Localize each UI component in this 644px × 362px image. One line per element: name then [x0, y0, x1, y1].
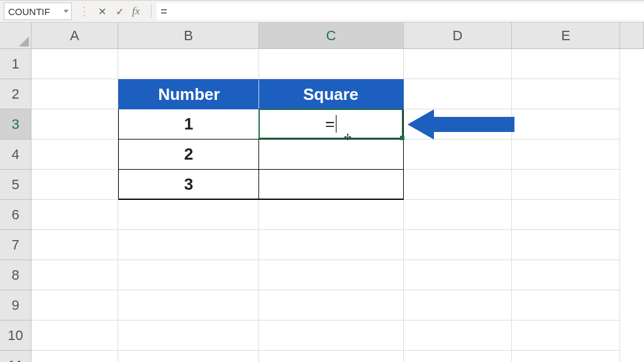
formula-bar: COUNTIF ⋮ ✕ ✓ fx	[0, 0, 644, 23]
cell-A6[interactable]	[31, 200, 118, 230]
row-headers: 1234567891011	[0, 49, 31, 362]
name-box-value: COUNTIF	[8, 6, 50, 17]
row-header-1[interactable]: 1	[0, 49, 31, 79]
cell-A4[interactable]	[31, 140, 118, 170]
cell-E2[interactable]	[512, 79, 620, 109]
cell-B11[interactable]	[118, 351, 259, 362]
text-caret	[336, 115, 336, 133]
row-header-10[interactable]: 10	[0, 321, 31, 351]
cell-D5[interactable]	[404, 170, 512, 200]
cell-C9[interactable]	[259, 290, 404, 321]
cell-D1[interactable]	[404, 49, 512, 79]
cell-D10[interactable]	[404, 321, 512, 351]
svg-marker-1	[408, 109, 514, 140]
name-box[interactable]: COUNTIF	[4, 3, 72, 20]
cell-D6[interactable]	[404, 200, 512, 230]
cell-E6[interactable]	[512, 200, 620, 230]
table-header-square[interactable]: Square	[259, 79, 404, 109]
fx-icon[interactable]: fx	[132, 5, 140, 18]
divider	[151, 4, 152, 18]
row-header-7[interactable]: 7	[0, 230, 31, 260]
cell-E8[interactable]	[512, 260, 620, 290]
cursor-icon: ✢	[344, 132, 352, 142]
row-header-6[interactable]: 6	[0, 200, 31, 230]
cell-E5[interactable]	[512, 170, 620, 200]
col-header-E[interactable]: E	[512, 23, 620, 48]
chevron-down-icon[interactable]	[64, 10, 69, 13]
triangle-icon	[19, 36, 29, 47]
fill-handle[interactable]	[400, 136, 404, 140]
table-cell-number-5[interactable]: 3	[118, 170, 259, 200]
cell-D7[interactable]	[404, 230, 512, 260]
cell-C6[interactable]	[259, 200, 404, 230]
table-cell-square-5[interactable]	[259, 170, 404, 200]
formula-input[interactable]	[157, 3, 644, 20]
cell-B7[interactable]	[118, 230, 259, 260]
table-cell-number-4[interactable]: 2	[118, 140, 259, 170]
cell-D8[interactable]	[404, 260, 512, 290]
col-header-blank	[620, 23, 644, 48]
cell-C7[interactable]	[259, 230, 404, 260]
cell-A2[interactable]	[31, 79, 118, 109]
cell-A3[interactable]	[31, 109, 118, 140]
active-cell[interactable]: =	[258, 109, 403, 139]
table-header-number[interactable]: Number	[118, 79, 259, 109]
cell-C11[interactable]	[259, 351, 404, 362]
cell-B1[interactable]	[118, 49, 259, 79]
cell-E10[interactable]	[512, 321, 620, 351]
x-icon: ✕	[98, 6, 106, 18]
cell-A11[interactable]	[31, 351, 118, 362]
table-cell-number-3[interactable]: 1	[118, 109, 259, 140]
cell-B9[interactable]	[118, 290, 259, 321]
col-header-A[interactable]: A	[31, 23, 118, 48]
cell-D11[interactable]	[404, 351, 512, 362]
active-cell-content: =	[325, 114, 335, 134]
spreadsheet-grid: ABCDE 1234567891011 NumberSquare123=✢	[0, 23, 644, 362]
cell-E1[interactable]	[512, 49, 620, 79]
cell-A1[interactable]	[31, 49, 118, 79]
table-cell-square-4[interactable]	[259, 140, 404, 170]
select-all-corner[interactable]	[0, 23, 31, 49]
cell-A7[interactable]	[31, 230, 118, 260]
cell-A8[interactable]	[31, 260, 118, 290]
col-header-B[interactable]: B	[118, 23, 259, 48]
cell-B8[interactable]	[118, 260, 259, 290]
row-header-11[interactable]: 11	[0, 351, 31, 362]
row-header-3[interactable]: 3	[0, 109, 31, 140]
cell-A5[interactable]	[31, 170, 118, 200]
cell-B10[interactable]	[118, 321, 259, 351]
cell-B6[interactable]	[118, 200, 259, 230]
cell-E7[interactable]	[512, 230, 620, 260]
separator-icon: ⋮	[75, 3, 93, 20]
row-header-5[interactable]: 5	[0, 170, 31, 200]
svg-marker-0	[19, 36, 29, 47]
row-header-8[interactable]: 8	[0, 260, 31, 290]
callout-arrow	[408, 107, 514, 145]
cell-C1[interactable]	[259, 49, 404, 79]
col-header-C[interactable]: C	[259, 23, 404, 48]
cell-D9[interactable]	[404, 290, 512, 321]
row-header-2[interactable]: 2	[0, 79, 31, 109]
cell-E11[interactable]	[512, 351, 620, 362]
cell-D2[interactable]	[404, 79, 512, 109]
cells-area[interactable]: NumberSquare123=✢	[31, 49, 644, 362]
enter-button[interactable]: ✓	[111, 3, 128, 20]
cell-E4[interactable]	[512, 140, 620, 170]
cell-A10[interactable]	[31, 321, 118, 351]
cell-C10[interactable]	[259, 321, 404, 351]
row-header-4[interactable]: 4	[0, 140, 31, 170]
column-headers: ABCDE	[31, 23, 644, 49]
col-header-D[interactable]: D	[404, 23, 512, 48]
cell-E9[interactable]	[512, 290, 620, 321]
cancel-button[interactable]: ✕	[93, 3, 111, 20]
check-icon: ✓	[116, 6, 124, 18]
cell-E3[interactable]	[512, 109, 620, 140]
cell-A9[interactable]	[31, 290, 118, 321]
cell-C8[interactable]	[259, 260, 404, 290]
row-header-9[interactable]: 9	[0, 290, 31, 321]
